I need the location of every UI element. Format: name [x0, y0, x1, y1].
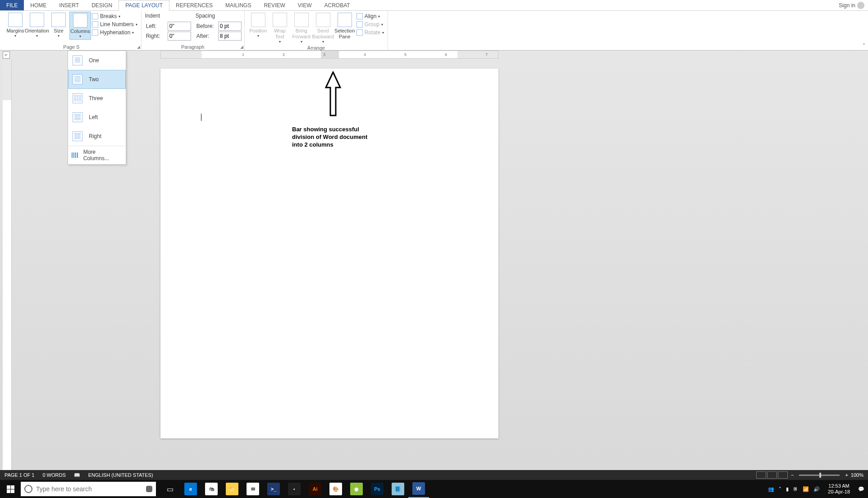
zoom-in-button[interactable]: +	[845, 472, 848, 478]
taskbar-store[interactable]: 🛍	[201, 480, 222, 498]
signin-label: Sign in	[839, 2, 855, 9]
notifications-icon[interactable]: 💬	[858, 486, 864, 492]
volume-icon[interactable]: 🔊	[813, 486, 820, 492]
tab-view[interactable]: VIEW	[292, 0, 318, 10]
columns-menu-right[interactable]: Right	[68, 127, 126, 146]
taskbar-paint[interactable]: 🎨	[325, 480, 346, 498]
clock[interactable]: 12:53 AM 20-Apr-18	[824, 483, 854, 495]
horizontal-ruler[interactable]: · 1 2 3 4 5 6 7	[160, 51, 498, 59]
status-bar: PAGE 1 OF 1 0 WORDS 📖 ENGLISH (UNITED ST…	[0, 470, 868, 480]
size-icon	[51, 13, 66, 27]
tab-insert[interactable]: INSERT	[53, 0, 85, 10]
align-icon	[356, 13, 363, 19]
wifi-icon[interactable]: 📶	[803, 486, 809, 492]
tab-page-layout[interactable]: PAGE LAYOUT	[119, 0, 169, 11]
tab-file[interactable]: FILE	[0, 0, 24, 10]
status-words[interactable]: 0 WORDS	[42, 472, 65, 478]
taskview-button[interactable]: ▭	[160, 480, 180, 498]
columns-button[interactable]: Columns ▾	[69, 12, 91, 40]
columns-menu-more[interactable]: More Columns...	[68, 146, 126, 164]
tab-design[interactable]: DESIGN	[85, 0, 119, 10]
group-arrange: Position▾ Wrap Text▾ Bring Forward▾ Send…	[245, 11, 388, 50]
orientation-button[interactable]: Orientation ▾	[26, 12, 48, 39]
columns-menu-one[interactable]: One	[68, 51, 126, 70]
taskbar-photoshop[interactable]: Ps	[367, 480, 388, 498]
rotate-button[interactable]: Rotate▾	[356, 29, 385, 36]
position-button[interactable]: Position▾	[247, 12, 269, 39]
start-button[interactable]	[0, 480, 21, 498]
view-printlayout-button[interactable]	[767, 471, 777, 479]
taskbar-explorer[interactable]: 📁	[222, 480, 242, 498]
chevron-down-icon: ▾	[36, 34, 38, 38]
tab-selector[interactable]: ⌐	[3, 51, 10, 59]
orientation-icon	[30, 13, 44, 27]
view-weblayout-button[interactable]	[778, 471, 788, 479]
avatar-icon	[857, 2, 864, 9]
zoom-out-button[interactable]: −	[791, 472, 794, 478]
people-icon[interactable]: 👥	[768, 486, 774, 492]
vertical-ruler[interactable]	[3, 60, 12, 470]
space-before-input[interactable]	[218, 22, 242, 31]
status-proofing[interactable]: 📖	[74, 472, 80, 478]
search-input[interactable]	[36, 485, 142, 493]
tab-home[interactable]: HOME	[24, 0, 53, 10]
battery-icon[interactable]: ▮	[786, 486, 789, 492]
margins-icon	[8, 13, 23, 27]
taskbar: ▭ e 🛍 📁 ✉ >_ ▪ Ai 🎨 ◉ Ps 📘 W 👥 ˄ ▮ ⛨ 📶 🔊…	[0, 480, 868, 498]
columns-menu-left[interactable]: Left	[68, 108, 126, 127]
taskbar-notepad[interactable]: 📘	[388, 480, 408, 498]
collapse-ribbon-button[interactable]: ˄	[863, 43, 865, 49]
group-objects-button[interactable]: Group▾	[356, 21, 385, 28]
tab-references[interactable]: REFERENCES	[169, 0, 219, 10]
taskbar-androidstudio[interactable]: ◉	[346, 480, 367, 498]
tray-chevron-icon[interactable]: ˄	[779, 486, 781, 492]
send-backward-button[interactable]: Send Backward▾	[312, 12, 334, 45]
taskbar-edge[interactable]: e	[180, 480, 201, 498]
size-button[interactable]: Size ▾	[48, 12, 69, 39]
taskbar-illustrator[interactable]: Ai	[305, 480, 325, 498]
taskbar-mail[interactable]: ✉	[242, 480, 263, 498]
taskbar-word[interactable]: W	[408, 480, 429, 498]
space-after-input[interactable]	[218, 32, 242, 41]
book-icon: 📖	[74, 472, 80, 478]
status-page[interactable]: PAGE 1 OF 1	[5, 472, 34, 478]
taskbar-search[interactable]	[21, 482, 156, 496]
tab-mailings[interactable]: MAILINGS	[219, 0, 257, 10]
security-icon[interactable]: ⛨	[793, 486, 798, 492]
line-numbers-button[interactable]: Line Numbers▾	[91, 21, 138, 28]
page[interactable]: Bar showing successful division of Word …	[160, 69, 498, 438]
indent-left-input[interactable]	[168, 22, 191, 31]
microphone-icon[interactable]	[146, 486, 152, 492]
chevron-down-icon: ▾	[378, 14, 380, 18]
document-canvas[interactable]: Bar showing successful division of Word …	[12, 60, 868, 470]
indent-right-input[interactable]	[168, 32, 191, 41]
zoom-level[interactable]: 100%	[851, 472, 863, 478]
breaks-icon	[92, 13, 98, 19]
more-columns-icon	[72, 152, 79, 158]
taskbar-cmd[interactable]: ▪	[284, 480, 305, 498]
system-tray[interactable]: 👥 ˄ ▮ ⛨ 📶 🔊 12:53 AM 20-Apr-18 💬	[764, 483, 868, 495]
wrap-text-button[interactable]: Wrap Text▾	[269, 12, 291, 45]
chevron-down-icon: ▾	[279, 40, 281, 44]
columns-two-icon	[73, 74, 82, 84]
status-language[interactable]: ENGLISH (UNITED STATES)	[88, 472, 153, 478]
signin-link[interactable]: Sign in	[835, 0, 868, 10]
zoom-slider[interactable]	[799, 475, 840, 476]
taskbar-powershell[interactable]: >_	[263, 480, 284, 498]
columns-menu-three[interactable]: Three	[68, 89, 126, 108]
bring-forward-button[interactable]: Bring Forward▾	[291, 12, 312, 45]
tab-acrobat[interactable]: ACROBAT	[318, 0, 356, 10]
chevron-down-icon: ▾	[58, 34, 59, 38]
columns-menu-two[interactable]: Two	[68, 70, 126, 89]
selection-pane-button[interactable]: Selection Pane	[334, 12, 356, 41]
ribbon: Margins ▾ Orientation ▾ Size ▾ Columns ▾…	[0, 11, 868, 51]
group-icon	[356, 21, 363, 28]
margins-button[interactable]: Margins ▾	[5, 12, 26, 39]
breaks-button[interactable]: Breaks▾	[91, 13, 138, 20]
view-readmode-button[interactable]	[756, 471, 766, 479]
dialog-launcher-page-setup[interactable]: ◢	[137, 45, 140, 49]
align-button[interactable]: Align▾	[356, 13, 385, 20]
tab-review[interactable]: REVIEW	[257, 0, 291, 10]
hyphenation-button[interactable]: Hyphenation▾	[91, 29, 138, 36]
dialog-launcher-paragraph[interactable]: ◢	[240, 45, 243, 49]
